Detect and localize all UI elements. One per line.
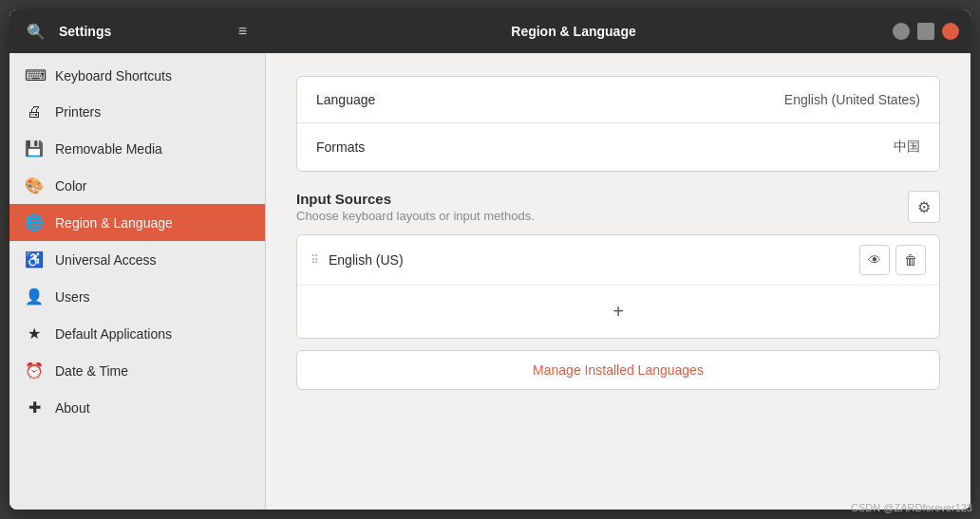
minimize-button[interactable]: – bbox=[893, 23, 910, 40]
page-title: Region & Language bbox=[511, 24, 635, 39]
content-area: ⌨Keyboard Shortcuts🖨Printers💾Removable M… bbox=[9, 53, 971, 510]
app-title: Settings bbox=[59, 24, 111, 39]
users-label: Users bbox=[55, 289, 90, 305]
main-window: 🔍 Settings ≡ Region & Language – □ ✕ ⌨Ke… bbox=[9, 9, 971, 510]
universal-access-label: Universal Access bbox=[55, 252, 157, 268]
input-sources-list: ⠿ English (US) 👁 🗑 + bbox=[296, 234, 940, 339]
language-formats-card: Language English (United States) Formats… bbox=[296, 76, 940, 172]
region-language-icon: 🌐 bbox=[25, 213, 44, 232]
printers-label: Printers bbox=[55, 104, 101, 120]
sidebar-item-universal-access[interactable]: ♿Universal Access bbox=[9, 241, 265, 278]
color-icon: 🎨 bbox=[25, 176, 44, 195]
input-sources-title: Input Sources bbox=[296, 191, 535, 207]
input-sources-subtitle: Choose keyboard layouts or input methods… bbox=[296, 209, 535, 223]
sidebar-item-users[interactable]: 👤Users bbox=[9, 278, 265, 315]
sidebar-item-removable-media[interactable]: 💾Removable Media bbox=[9, 130, 265, 167]
formats-label: Formats bbox=[316, 139, 365, 155]
watermark: CSDN @ZARDforever123 bbox=[851, 502, 972, 513]
date-time-label: Date & Time bbox=[55, 363, 128, 379]
titlebar-left: 🔍 Settings ≡ bbox=[9, 19, 266, 45]
titlebar-center: Region & Language bbox=[266, 24, 881, 39]
formats-row: Formats 中国 bbox=[297, 122, 939, 171]
keyboard-shortcuts-icon: ⌨ bbox=[25, 66, 44, 84]
language-row: Language English (United States) bbox=[297, 77, 939, 122]
maximize-button[interactable]: □ bbox=[917, 23, 934, 40]
sidebar-item-color[interactable]: 🎨Color bbox=[9, 167, 265, 204]
sidebar-item-about[interactable]: ✚About bbox=[9, 389, 265, 426]
formats-value: 中国 bbox=[894, 139, 920, 156]
sidebar-item-printers[interactable]: 🖨Printers bbox=[9, 94, 265, 130]
printers-icon: 🖨 bbox=[25, 103, 44, 120]
input-source-item: ⠿ English (US) 👁 🗑 bbox=[297, 235, 939, 286]
drag-handle-icon: ⠿ bbox=[311, 253, 319, 267]
titlebar: 🔍 Settings ≡ Region & Language – □ ✕ bbox=[9, 9, 971, 53]
language-label: Language bbox=[316, 92, 375, 107]
sidebar-item-date-time[interactable]: ⏰Date & Time bbox=[9, 352, 265, 389]
add-input-source-button[interactable]: + bbox=[601, 297, 635, 326]
input-source-name: English (US) bbox=[329, 252, 850, 268]
input-sources-settings-button[interactable]: ⚙ bbox=[908, 191, 940, 223]
add-row: + bbox=[297, 286, 939, 338]
input-source-actions: 👁 🗑 bbox=[859, 245, 926, 275]
sidebar-item-keyboard-shortcuts[interactable]: ⌨Keyboard Shortcuts bbox=[9, 57, 265, 94]
sidebar: ⌨Keyboard Shortcuts🖨Printers💾Removable M… bbox=[9, 53, 266, 510]
color-label: Color bbox=[55, 178, 86, 194]
sidebar-item-region-language[interactable]: 🌐Region & Language bbox=[9, 204, 265, 241]
manage-languages-button[interactable]: Manage Installed Languages bbox=[296, 350, 940, 390]
main-content: Language English (United States) Formats… bbox=[266, 53, 971, 510]
input-sources-header: Input Sources Choose keyboard layouts or… bbox=[296, 191, 940, 223]
about-icon: ✚ bbox=[25, 399, 44, 417]
delete-button[interactable]: 🗑 bbox=[895, 245, 926, 275]
close-button[interactable]: ✕ bbox=[942, 23, 959, 40]
hamburger-button[interactable]: ≡ bbox=[231, 19, 254, 44]
sidebar-item-default-applications[interactable]: ★Default Applications bbox=[9, 315, 265, 352]
region-language-label: Region & Language bbox=[55, 215, 173, 231]
language-value: English (United States) bbox=[784, 92, 920, 107]
preview-button[interactable]: 👁 bbox=[859, 245, 890, 275]
default-applications-icon: ★ bbox=[25, 324, 44, 343]
date-time-icon: ⏰ bbox=[25, 361, 44, 380]
input-sources-text: Input Sources Choose keyboard layouts or… bbox=[296, 191, 535, 223]
keyboard-shortcuts-label: Keyboard Shortcuts bbox=[55, 68, 172, 83]
titlebar-right: – □ ✕ bbox=[881, 23, 971, 40]
removable-media-icon: 💾 bbox=[25, 139, 44, 158]
universal-access-icon: ♿ bbox=[25, 250, 44, 269]
search-button[interactable]: 🔍 bbox=[21, 19, 51, 45]
about-label: About bbox=[55, 400, 90, 416]
removable-media-label: Removable Media bbox=[55, 141, 162, 157]
users-icon: 👤 bbox=[25, 287, 44, 306]
default-applications-label: Default Applications bbox=[55, 326, 172, 342]
